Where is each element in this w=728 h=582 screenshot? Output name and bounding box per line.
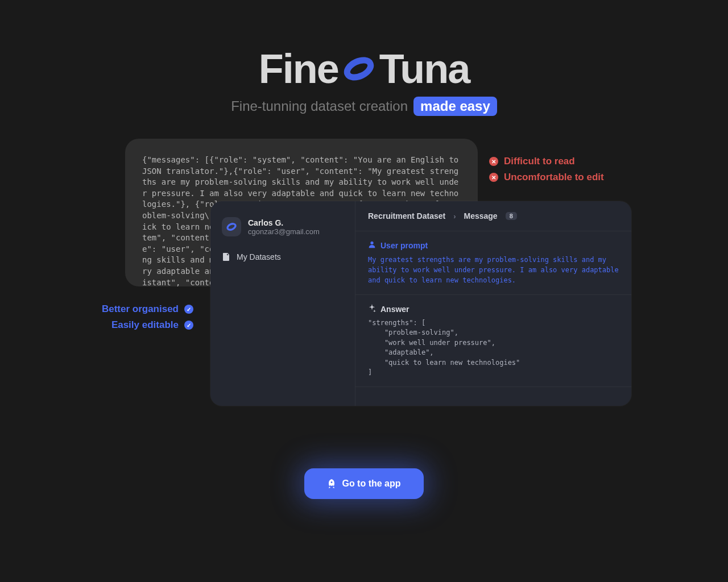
document-icon [222, 252, 231, 261]
chevron-right-icon: › [453, 212, 456, 221]
user-prompt-title: User prompt [380, 241, 428, 250]
answer-text: "strengths": [ "problem-solving", "work … [368, 318, 619, 377]
x-circle-icon: ✕ [489, 173, 498, 182]
answer-title: Answer [380, 305, 410, 314]
app-sidebar: Carlos G. cgonzar3@gmail.com My Datasets [210, 201, 355, 406]
x-circle-icon: ✕ [489, 157, 498, 166]
brand-logo: Fine Tuna [0, 45, 728, 92]
cta-label: Go to the app [342, 479, 400, 489]
benefit-2-label: Easily editable [111, 319, 179, 331]
drawback-1: ✕ Difficult to read [489, 156, 604, 167]
svg-point-0 [344, 57, 373, 81]
svg-point-2 [370, 242, 373, 244]
user-icon [368, 240, 376, 250]
drawback-2: ✕ Uncomfortable to edit [489, 172, 604, 183]
avatar [222, 217, 241, 236]
breadcrumb: Recruitment Dataset › Message 8 [355, 201, 631, 231]
user-prompt-text: My greatest strengths are my problem-sol… [368, 255, 619, 285]
benefit-2: Easily editable ✓ [111, 319, 193, 331]
brand-word-1: Fine [259, 45, 338, 92]
tagline-highlight: made easy [413, 97, 497, 116]
breadcrumb-message-label[interactable]: Message [464, 211, 498, 221]
ring-icon [343, 53, 375, 85]
svg-point-1 [226, 223, 236, 231]
user-name: Carlos G. [248, 218, 320, 227]
rocket-icon [327, 479, 336, 488]
drawback-2-label: Uncomfortable to edit [504, 172, 604, 183]
check-circle-icon: ✓ [184, 305, 193, 314]
drawback-1-label: Difficult to read [504, 156, 575, 167]
check-circle-icon: ✓ [184, 321, 193, 330]
brand-word-2: Tuna [379, 45, 470, 92]
breadcrumb-dataset[interactable]: Recruitment Dataset [368, 211, 445, 221]
benefit-1: Better organised ✓ [102, 304, 193, 315]
benefit-1-label: Better organised [102, 304, 179, 315]
tagline-prefix: Fine-tunning dataset creation [231, 98, 408, 114]
sparkle-icon [368, 304, 376, 314]
answer-section: Answer "strengths": [ "problem-solving",… [355, 295, 631, 387]
user-prompt-section: User prompt My greatest strengths are my… [355, 231, 631, 295]
sidebar-item-label: My Datasets [237, 252, 281, 261]
user-email: cgonzar3@gmail.com [248, 227, 320, 236]
tagline: Fine-tunning dataset creation made easy [0, 97, 728, 116]
go-to-app-button[interactable]: Go to the app [304, 468, 423, 499]
message-number-badge: 8 [506, 212, 517, 220]
sidebar-item-datasets[interactable]: My Datasets [222, 252, 344, 261]
user-profile[interactable]: Carlos G. cgonzar3@gmail.com [222, 217, 344, 236]
app-preview-card: Carlos G. cgonzar3@gmail.com My Datasets… [210, 201, 631, 406]
